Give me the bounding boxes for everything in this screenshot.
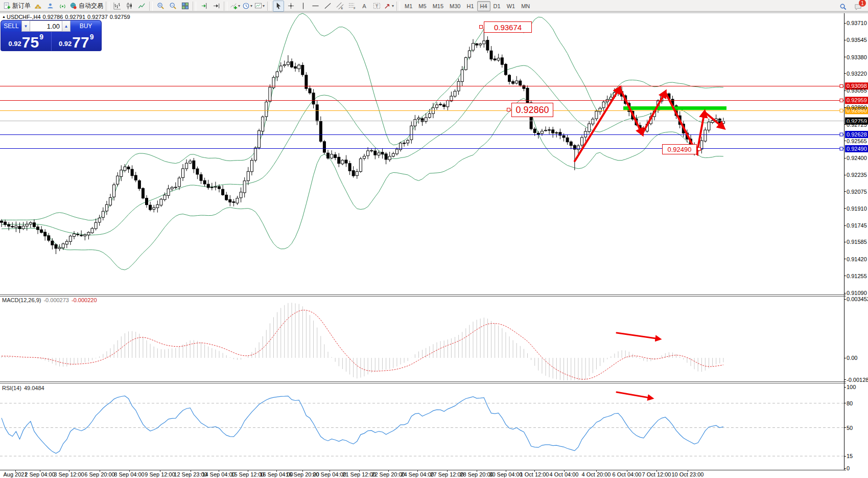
candle [588, 124, 591, 131]
candle [704, 130, 707, 141]
chat-icon[interactable]: 1 [852, 1, 863, 12]
candle [33, 223, 35, 227]
candle [595, 111, 598, 119]
candle [367, 151, 369, 156]
annotation-anchor-square[interactable] [479, 25, 483, 29]
horizontal-line-icon[interactable] [310, 1, 321, 12]
annotation-anchor-square[interactable] [697, 147, 701, 151]
gold-icon[interactable] [32, 1, 43, 12]
price-tick-label: 0.92235 [847, 172, 867, 178]
candle [410, 126, 413, 140]
time-label: 27 Sep 12:00 [430, 471, 463, 477]
candle [356, 171, 358, 175]
search-icon[interactable] [837, 1, 849, 12]
timeframe-button-m15[interactable]: M15 [430, 1, 447, 11]
timeframe-button-h4[interactable]: H4 [477, 1, 490, 11]
timeframe-button-m5[interactable]: M5 [415, 1, 429, 11]
macd-name: MACD(12,26,9) [2, 297, 41, 303]
time-label: Aug 2021 [3, 471, 27, 477]
arrows-icon[interactable]: ▾ [383, 1, 394, 12]
candlestick-chart-icon[interactable] [124, 1, 135, 12]
annotation-anchor-square[interactable] [507, 108, 510, 111]
candle [236, 198, 239, 203]
timeframe-button-mn[interactable]: MN [518, 1, 533, 11]
periods-icon[interactable]: ▾ [242, 1, 253, 12]
candle [258, 131, 261, 148]
rsi-name: RSI(14) [2, 385, 21, 391]
svg-text:E: E [341, 7, 343, 10]
candle [519, 81, 522, 85]
zoom-out-icon[interactable] [167, 1, 178, 12]
buy-button[interactable]: BUY [71, 20, 101, 32]
sell-button[interactable]: SELL [1, 20, 21, 32]
timeframe-button-w1[interactable]: W1 [504, 1, 519, 11]
templates-icon[interactable]: ▾ [254, 1, 265, 12]
vertical-line-icon[interactable] [297, 1, 309, 12]
volume-input[interactable] [30, 20, 62, 32]
candle [323, 142, 325, 152]
candle [515, 81, 518, 83]
candle [566, 138, 569, 142]
candle [577, 146, 579, 149]
time-label: 3 Sep 12:00 [54, 471, 84, 477]
price-tag-label: 0.92490 [847, 146, 867, 152]
crosshair-icon[interactable] [285, 1, 296, 12]
candle [526, 88, 529, 103]
price-label-annotation[interactable]: 0.92860 [511, 103, 553, 117]
community-icon[interactable] [44, 1, 56, 12]
new-order-icon[interactable]: 新订单 [3, 1, 31, 12]
toolbar-separator [396, 2, 400, 11]
candle [602, 102, 605, 107]
candle [552, 130, 554, 133]
candle [58, 247, 61, 248]
candle [298, 65, 300, 69]
equidistant-channel-icon[interactable]: E [334, 1, 345, 12]
candle [468, 51, 471, 57]
price-tag-label: 0.92959 [847, 97, 867, 103]
price-label-annotation[interactable]: 0.92490 [662, 144, 697, 154]
bar-chart-icon[interactable] [111, 1, 123, 12]
candle [62, 244, 64, 248]
timeframe-button-m1[interactable]: M1 [402, 1, 415, 11]
signal-icon[interactable] [57, 1, 68, 12]
volume-decrease-button[interactable]: ▼ [21, 20, 30, 32]
symbol-name: USDCHF-,H4 [7, 14, 41, 20]
candle [562, 135, 565, 138]
candle [279, 66, 282, 71]
candle [189, 161, 192, 163]
trendline-icon[interactable] [322, 1, 333, 12]
sell-price-display[interactable]: 0.92 75 9 [1, 32, 52, 51]
cursor-icon[interactable] [273, 1, 284, 12]
fibonacci-icon[interactable]: F [346, 1, 358, 12]
timeframe-button-d1[interactable]: D1 [490, 1, 504, 11]
auto-scroll-icon[interactable] [210, 1, 222, 12]
candle [352, 171, 355, 176]
volume-increase-button[interactable]: ▲ [62, 20, 71, 32]
text-label-icon[interactable]: T [371, 1, 382, 12]
price-tick-label: 0.91585 [847, 239, 867, 245]
candle [98, 218, 101, 222]
toolbar-separator [224, 2, 227, 11]
candle [229, 199, 231, 202]
zoom-in-icon[interactable] [155, 1, 166, 12]
tile-windows-icon[interactable] [179, 1, 191, 12]
line-chart-icon[interactable] [136, 1, 147, 12]
macd-tick-label: 0.00 [847, 355, 857, 361]
candle [708, 122, 710, 130]
timeframe-button-h1[interactable]: H1 [463, 1, 477, 11]
candle [55, 244, 57, 248]
candle [243, 181, 246, 193]
timeframe-button-m30[interactable]: M30 [447, 1, 463, 11]
add-indicator-icon[interactable]: ▾ [229, 1, 241, 12]
autotrade-icon[interactable]: 自动交易 [69, 1, 104, 12]
shift-chart-icon[interactable] [198, 1, 209, 12]
chart-canvas[interactable]: 0.930980.929590.928600.927590.926280.924… [0, 0, 868, 478]
buy-price-display[interactable]: 0.92 77 9 [52, 32, 102, 51]
macd-tick-label: 0.003453 [847, 296, 868, 302]
macd-main-value: -0.000273 [43, 297, 69, 303]
candle [65, 241, 68, 244]
text-icon[interactable]: A [359, 1, 370, 12]
candle [91, 229, 93, 233]
candle [84, 235, 86, 236]
price-label-annotation[interactable]: 0.93674 [484, 21, 532, 33]
